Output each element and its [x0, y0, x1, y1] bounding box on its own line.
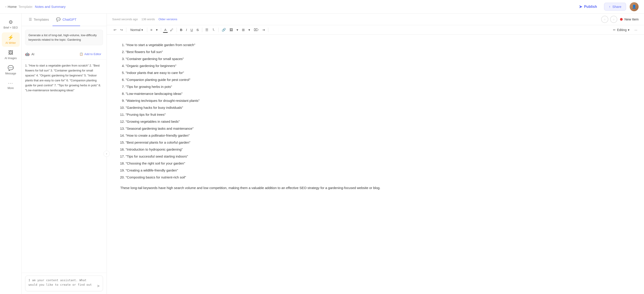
icon-sidebar: ⚙ Brief + SEO ⚡ AI Writer 🖼 AI Images 💬 …	[0, 14, 22, 294]
list-item: "Seasonal gardening tasks and maintenanc…	[126, 125, 630, 131]
sidebar-item-brief-seo[interactable]: ⚙ Brief + SEO	[2, 17, 20, 32]
home-label: Home	[8, 5, 16, 9]
tab-chatgpt[interactable]: 💬 ChatGPT	[52, 14, 80, 26]
format-style-chevron: ▾	[141, 28, 143, 32]
list-item: "Companion planting guide for pest contr…	[126, 77, 630, 83]
sidebar-item-more[interactable]: ··· More	[6, 78, 16, 92]
ai-images-icon: 🖼	[8, 50, 13, 56]
editing-chevron: ▾	[628, 28, 630, 32]
underline-button[interactable]: U	[189, 27, 194, 33]
list-item: "Tips for growing herbs in pots"	[126, 84, 630, 90]
send-button[interactable]: ➤	[97, 283, 100, 288]
redo-button[interactable]: ↪	[119, 27, 124, 33]
add-to-editor-button[interactable]: 📋 Add to Editor	[78, 52, 103, 57]
list-item: "Choosing the right soil for your garden…	[126, 160, 630, 166]
editing-dropdown-button[interactable]: ✏ Editing ▾	[610, 27, 632, 33]
image-dropdown-button[interactable]: ▾	[235, 27, 240, 33]
publish-button[interactable]: ➤ Publish	[575, 3, 601, 11]
pencil-icon: ✏	[613, 28, 616, 32]
link-button[interactable]: 🔗	[220, 27, 227, 33]
sidebar-item-ai-images[interactable]: 🖼 AI Images	[2, 48, 20, 62]
breadcrumb-prefix: Template:	[18, 5, 33, 9]
add-to-editor-icon: 📋	[80, 52, 83, 56]
chat-input[interactable]	[28, 278, 94, 287]
sidebar-label-message: Message	[5, 72, 16, 75]
chatgpt-tab-label: ChatGPT	[62, 18, 76, 21]
collab-icons: ○ ○	[601, 16, 617, 23]
panel-collapse-handle[interactable]: ‹	[104, 151, 110, 157]
editing-label: Editing	[617, 28, 627, 32]
collapse-icon: ‹	[106, 152, 107, 155]
collab-icon-2: ○	[612, 18, 614, 21]
word-count: 136 words	[141, 18, 155, 21]
saved-label: Saved seconds ago	[112, 18, 138, 21]
sidebar-item-message[interactable]: 💬 Message	[2, 63, 20, 77]
avatar[interactable]: 👤	[630, 2, 638, 11]
format-style-dropdown[interactable]: Normal ▾	[128, 27, 145, 33]
editor-meta: Saved seconds ago 136 words Older versio…	[112, 18, 177, 21]
table-dropdown-button[interactable]: ▾	[247, 27, 252, 33]
editor-content[interactable]: "How to start a vegetable garden from sc…	[107, 35, 644, 294]
format-style-label: Normal	[130, 28, 140, 32]
italic-button[interactable]: I	[185, 27, 188, 33]
tab-templates[interactable]: ☰ Templates	[25, 14, 52, 26]
home-button[interactable]: ‹ Home	[6, 5, 16, 9]
collab-avatar-2: ○	[610, 16, 617, 23]
indent-button[interactable]: ⇥	[261, 27, 266, 33]
list-item: "Watering techniques for drought-resista…	[126, 98, 630, 104]
new-item-button[interactable]: New Item	[620, 17, 638, 21]
list-item: "How to start a vegetable garden from sc…	[126, 42, 630, 48]
text-color-button[interactable]: A	[163, 27, 168, 33]
align-button[interactable]: ≡	[149, 27, 154, 33]
ordered-list-button[interactable]: ⒈	[210, 27, 216, 33]
strikethrough-button[interactable]: S	[195, 27, 200, 33]
chevron-left-icon: ‹	[6, 5, 6, 8]
sidebar-item-ai-writer[interactable]: ⚡ AI Writer	[2, 32, 20, 47]
topbar-right: ➤ Publish ↑ Share 👤	[575, 2, 638, 11]
share-icon: ↑	[609, 5, 610, 9]
ai-robot-icon: 🤖	[25, 52, 30, 56]
toolbar-separator-1	[126, 28, 126, 32]
ai-content-text: 1. "How to start a vegetable garden from…	[25, 64, 101, 92]
publish-icon: ➤	[579, 4, 582, 9]
align-dropdown-button[interactable]: ▾	[154, 27, 159, 33]
image-button[interactable]: 🖼	[228, 27, 234, 33]
highlight-button[interactable]: 🖊	[169, 27, 175, 33]
ai-label: 🤖 AI	[25, 52, 34, 56]
new-item-dot	[620, 18, 623, 21]
list-item: "Composting basics for nutrient-rich soi…	[126, 174, 630, 180]
list-item: "Pruning tips for fruit trees"	[126, 111, 630, 117]
templates-tab-label: Templates	[34, 18, 49, 21]
sidebar-label-brief-seo: Brief + SEO	[4, 26, 18, 29]
clear-format-button[interactable]: ⌦	[252, 27, 260, 33]
undo-button[interactable]: ↩	[112, 27, 118, 33]
topbar-left: ‹ Home Template: Notes and Summary	[6, 5, 66, 9]
ai-label-text: AI	[32, 52, 34, 56]
more-options-button[interactable]: ···	[633, 27, 638, 33]
chat-input-area: ➤	[22, 273, 106, 294]
ai-section: 🤖 AI 📋 Add to Editor 1. "How to start a …	[22, 49, 106, 294]
list-item: "Tips for successful seed starting indoo…	[126, 153, 630, 159]
ai-writer-icon: ⚡	[8, 35, 14, 41]
template-tooltip-text: Generate a list of long-tail, high-volum…	[28, 34, 97, 41]
template-tooltip: Generate a list of long-tail, high-volum…	[25, 30, 103, 45]
list-item: "How to create a pollinator-friendly gar…	[126, 132, 630, 138]
message-icon: 💬	[8, 65, 14, 71]
share-button[interactable]: ↑ Share	[604, 3, 626, 11]
bold-button[interactable]: B	[178, 27, 184, 33]
toolbar-separator-4	[176, 28, 177, 32]
format-toolbar: ↩ ↪ Normal ▾ ≡ ▾ A 🖊 B I U S ☰ ⒈ 🔗 🖼 ▾	[107, 25, 644, 35]
editor-topbar: Saved seconds ago 136 words Older versio…	[107, 14, 644, 25]
templates-tab-icon: ☰	[29, 17, 32, 22]
list-item: "Growing vegetables in raised beds"	[126, 118, 630, 124]
bullet-list-button[interactable]: ☰	[204, 27, 210, 33]
editor-actions: ○ ○ New Item	[601, 16, 638, 23]
chatgpt-tab-icon: 💬	[56, 17, 60, 22]
new-item-label: New Item	[624, 17, 638, 21]
collab-icon-1: ○	[604, 18, 606, 21]
breadcrumb-template-name: Notes and Summary	[35, 5, 66, 9]
older-versions-link[interactable]: Older versions	[158, 18, 177, 21]
share-label: Share	[612, 5, 621, 9]
list-item: "Best flowers for full sun"	[126, 49, 630, 55]
table-button[interactable]: ⊞	[240, 27, 246, 33]
